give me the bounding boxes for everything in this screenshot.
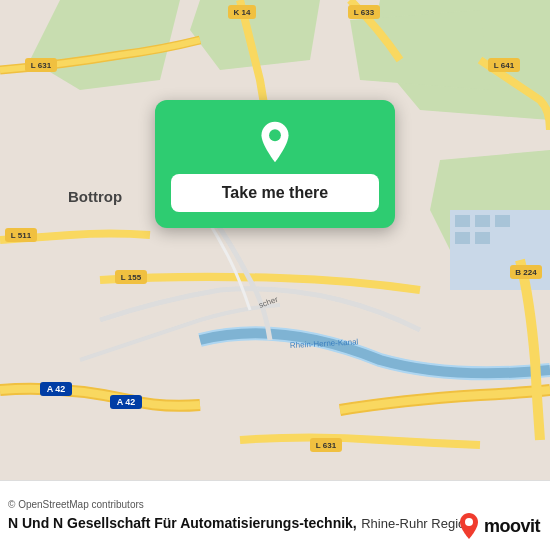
location-popup: Take me there [155,100,395,228]
svg-rect-4 [455,232,470,244]
svg-text:L 631: L 631 [31,61,52,70]
svg-rect-3 [495,215,510,227]
svg-text:L 511: L 511 [11,231,32,240]
svg-rect-1 [455,215,470,227]
map-attribution: © OpenStreetMap contributors [8,499,538,510]
svg-text:B 224: B 224 [515,268,537,277]
svg-text:K 14: K 14 [234,8,251,17]
company-name: N Und N Gesellschaft Für Automatisierung… [8,515,357,531]
moovit-brand-text: moovit [484,516,540,537]
svg-text:A 42: A 42 [117,397,136,407]
svg-point-26 [269,129,281,141]
bottom-bar: © OpenStreetMap contributors N Und N Ges… [0,480,550,550]
svg-text:L 641: L 641 [494,61,515,70]
svg-text:L 631: L 631 [316,441,337,450]
moovit-logo: moovit [458,512,540,540]
region-name: Rhine-Ruhr Region [361,516,472,531]
svg-text:L 633: L 633 [354,8,375,17]
map-container: Rhein-Herne-Kanal A 42 A 42 L 631 L 633 … [0,0,550,480]
svg-text:A 42: A 42 [47,384,66,394]
moovit-pin-icon [458,512,480,540]
location-pin-icon [253,120,297,164]
svg-point-27 [465,518,473,526]
take-me-there-button[interactable]: Take me there [171,174,379,212]
city-label: Bottrop [68,188,122,205]
svg-rect-5 [475,232,490,244]
svg-rect-2 [475,215,490,227]
svg-text:L 155: L 155 [121,273,142,282]
